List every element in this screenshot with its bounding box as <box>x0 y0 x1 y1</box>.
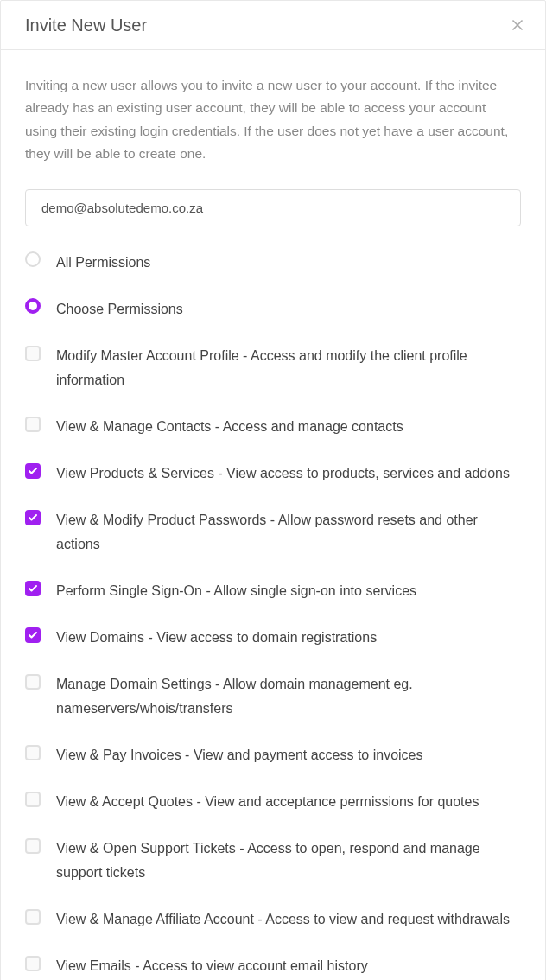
permission-label: View & Open Support Tickets - Access to … <box>56 837 521 885</box>
modal-title: Invite New User <box>25 16 147 35</box>
radio-option-choose[interactable]: Choose Permissions <box>25 297 521 321</box>
invite-user-modal: Invite New User Inviting a new user allo… <box>0 0 546 980</box>
check-icon <box>28 630 38 640</box>
check-icon <box>28 512 38 523</box>
permission-label: Perform Single Sign-On - Allow single si… <box>56 579 521 603</box>
permission-label: View Domains - View access to domain reg… <box>56 626 521 650</box>
permission-row[interactable]: View Products & Services - View access t… <box>25 461 521 486</box>
permission-checkbox[interactable] <box>25 581 41 596</box>
permission-row[interactable]: View & Pay Invoices - View and payment a… <box>25 743 521 767</box>
radio-all-label: All Permissions <box>56 251 521 275</box>
close-button[interactable] <box>505 13 530 37</box>
permission-checkbox[interactable] <box>25 463 41 479</box>
permission-row[interactable]: Perform Single Sign-On - Allow single si… <box>25 579 521 603</box>
permissions-section: All Permissions Choose Permissions Modif… <box>25 251 521 980</box>
permission-checkbox[interactable] <box>25 346 41 361</box>
radio-option-all[interactable]: All Permissions <box>25 251 521 275</box>
check-icon <box>28 466 38 476</box>
permission-label: View & Accept Quotes - View and acceptan… <box>56 790 521 814</box>
permission-label: View & Modify Product Passwords - Allow … <box>56 508 521 557</box>
permission-label: View & Manage Contacts - Access and mana… <box>56 415 521 439</box>
check-icon <box>28 583 38 594</box>
permission-row[interactable]: View & Modify Product Passwords - Allow … <box>25 508 521 557</box>
permission-label: View Products & Services - View access t… <box>56 461 521 486</box>
permission-label: Modify Master Account Profile - Access a… <box>56 344 521 392</box>
permission-checkbox[interactable] <box>25 674 41 690</box>
permission-checkbox[interactable] <box>25 745 41 760</box>
permission-checkbox[interactable] <box>25 792 41 807</box>
permission-label: Manage Domain Settings - Allow domain ma… <box>56 672 521 721</box>
permission-row[interactable]: View & Manage Contacts - Access and mana… <box>25 415 521 439</box>
email-field[interactable] <box>25 189 521 226</box>
radio-choose-label: Choose Permissions <box>56 297 521 321</box>
radio-choose-permissions[interactable] <box>25 298 41 314</box>
permission-checkbox[interactable] <box>25 510 41 525</box>
permissions-list: Modify Master Account Profile - Access a… <box>25 344 521 980</box>
permission-checkbox[interactable] <box>25 956 41 971</box>
permission-label: View Emails - Access to view account ema… <box>56 954 521 978</box>
permission-checkbox[interactable] <box>25 627 41 643</box>
permission-row[interactable]: View Emails - Access to view account ema… <box>25 954 521 978</box>
permission-row[interactable]: Modify Master Account Profile - Access a… <box>25 344 521 392</box>
permission-checkbox[interactable] <box>25 417 41 432</box>
permission-checkbox[interactable] <box>25 909 41 925</box>
permission-checkbox[interactable] <box>25 838 41 854</box>
modal-description: Inviting a new user allows you to invite… <box>25 74 521 165</box>
permission-row[interactable]: Manage Domain Settings - Allow domain ma… <box>25 672 521 721</box>
permission-row[interactable]: View & Open Support Tickets - Access to … <box>25 837 521 885</box>
permission-label: View & Manage Affiliate Account - Access… <box>56 907 521 932</box>
radio-all-permissions[interactable] <box>25 251 41 267</box>
permission-label: View & Pay Invoices - View and payment a… <box>56 743 521 767</box>
close-icon <box>509 16 526 34</box>
modal-header: Invite New User <box>1 1 545 50</box>
modal-body: Inviting a new user allows you to invite… <box>1 50 545 980</box>
permission-row[interactable]: View & Accept Quotes - View and acceptan… <box>25 790 521 814</box>
permission-row[interactable]: View Domains - View access to domain reg… <box>25 626 521 650</box>
permission-row[interactable]: View & Manage Affiliate Account - Access… <box>25 907 521 932</box>
